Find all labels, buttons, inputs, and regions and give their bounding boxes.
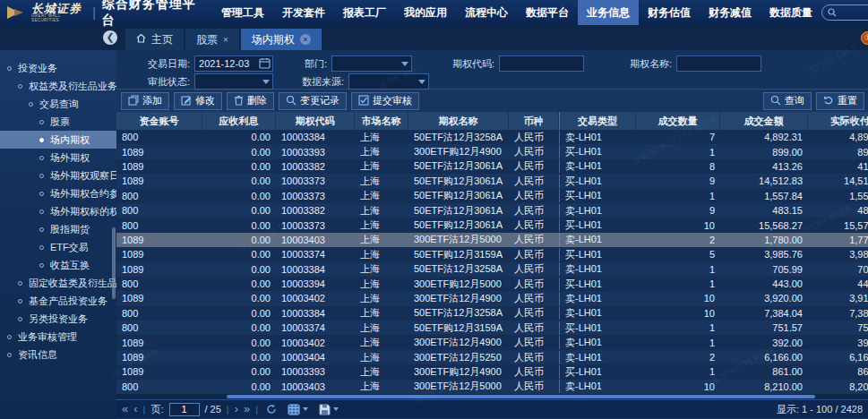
column-header-资金账号[interactable]: 资金账号 — [116, 112, 202, 130]
last-page-button[interactable]: » — [244, 401, 250, 417]
page-number-input[interactable] — [169, 403, 200, 416]
sidebar-item-固定收益类及衍生品业务[interactable]: 固定收益类及衍生品业务 — [0, 274, 116, 292]
tree-bullet-icon — [39, 138, 44, 142]
column-header-期权名称[interactable]: 期权名称 — [408, 112, 509, 130]
table-row[interactable]: 8000.0010003403上海300ETF沽12月5000人民币卖-LH01… — [116, 380, 868, 394]
sidebar-item-资讯信息[interactable]: 资讯信息 — [0, 346, 116, 363]
next-page-button[interactable]: › — [235, 401, 238, 417]
column-header-交易类型[interactable]: 交易类型 — [559, 112, 636, 130]
close-icon[interactable]: × — [300, 34, 311, 45]
horizontal-scrollbar-track[interactable] — [116, 394, 868, 399]
sidebar-item-场外期权合约参数[interactable]: 场外期权合约参数 — [0, 184, 116, 202]
home-icon — [136, 33, 146, 46]
data-source-select[interactable] — [348, 73, 429, 90]
tab-场内期权[interactable]: 场内期权× — [241, 29, 322, 50]
sidebar-item-label: 场外期权合约参数 — [50, 187, 116, 201]
column-header-实际收付[interactable]: 实际收付 — [808, 112, 868, 130]
option-code-input[interactable] — [499, 56, 584, 72]
change-log-button[interactable]: 变更记录 — [279, 92, 347, 110]
first-page-button[interactable]: « — [122, 401, 128, 417]
sidebar-item-场外期权标的权重[interactable]: 场外期权标的权重 — [0, 202, 116, 220]
notification-icon[interactable]: ① — [861, 31, 868, 45]
sidebar-item-ETF交易[interactable]: ETF交易 — [0, 238, 116, 256]
table-row[interactable]: 8000.0010003382上海50ETF沽12月3061A人民币卖-LH01… — [116, 203, 868, 218]
menu-item-财务减值[interactable]: 财务减值 — [700, 0, 761, 25]
sidebar-item-权益类及衍生品业务[interactable]: 权益类及衍生品业务 — [0, 77, 116, 95]
add-button[interactable]: 添加 — [121, 92, 169, 110]
menu-item-流程中心[interactable]: 流程中心 — [456, 0, 517, 25]
prev-page-button[interactable]: ‹ — [133, 401, 137, 417]
sidebar-item-场外期权[interactable]: 场外期权 — [0, 149, 116, 167]
horizontal-scrollbar-thumb[interactable] — [227, 395, 815, 398]
menu-item-数据平台[interactable]: 数据平台 — [517, 0, 578, 25]
reset-button[interactable]: 重置 — [816, 92, 864, 110]
column-header-期权代码[interactable]: 期权代码 — [276, 112, 355, 130]
menu-item-管理工具[interactable]: 管理工具 — [212, 0, 273, 25]
table-row[interactable]: 10890.0010003393上海300ETF购12月4900人民币买-LH0… — [116, 144, 868, 158]
cell-市场名称: 上海 — [355, 145, 408, 158]
menu-item-报表工厂[interactable]: 报表工厂 — [334, 0, 395, 25]
menu-item-我的应用[interactable]: 我的应用 — [395, 0, 456, 25]
sidebar-collapse-button[interactable]: ❮ — [103, 30, 117, 45]
cell-交易类型: 买-LH01 — [559, 365, 636, 379]
export-button[interactable] — [316, 403, 341, 416]
table-row[interactable]: 10890.0010003403上海300ETF沽12月5000人民币卖-LH0… — [116, 233, 868, 247]
column-header-币种[interactable]: 币种 — [509, 112, 559, 130]
refresh-button[interactable] — [263, 403, 279, 415]
column-header-成交金额[interactable]: 成交金额 — [720, 112, 808, 130]
table-row[interactable]: 10890.0010003402上海300ETF沽12月4900人民币卖-LH0… — [116, 291, 868, 305]
table-row[interactable]: 8000.0010003374上海50ETF购12月3159A人民币买-LH01… — [116, 321, 868, 335]
delete-button[interactable]: 删除 — [227, 92, 274, 110]
global-search-input[interactable] — [821, 4, 868, 21]
sidebar-item-投资业务[interactable]: 投资业务 — [0, 59, 116, 77]
option-name-input[interactable] — [676, 56, 761, 72]
sidebar-item-收益互换[interactable]: 收益互换 — [0, 256, 116, 274]
sidebar-item-业务审核管理[interactable]: 业务审核管理 — [0, 328, 116, 346]
sidebar-item-股指期货[interactable]: 股指期货 — [0, 220, 116, 238]
menu-item-开发套件[interactable]: 开发套件 — [273, 0, 334, 25]
table-row[interactable]: 8000.0010003394上海300ETF购12月5000人民币买-LH01… — [116, 277, 868, 291]
menu-item-财务估值[interactable]: 财务估值 — [639, 0, 700, 25]
table-row[interactable]: 8000.0010003373上海50ETF购12月3061A人民币买-LH01… — [116, 189, 868, 203]
menu-item-业务信息[interactable]: 业务信息 — [578, 0, 639, 25]
sidebar-item-交易查询[interactable]: 交易查询 — [0, 95, 116, 113]
cell-应收利息: 0.00 — [202, 147, 276, 158]
sidebar-item-基金产品投资业务[interactable]: 基金产品投资业务 — [0, 292, 116, 310]
grid-settings-button[interactable] — [285, 403, 311, 416]
cell-应收利息: 0.00 — [202, 220, 276, 231]
approve-status-select[interactable] — [194, 73, 273, 90]
tab-主页[interactable]: 主页 — [125, 29, 184, 50]
table-row[interactable]: 10890.0010003382上海50ETF沽12月3061A人民币卖-LH0… — [116, 159, 868, 174]
table-row[interactable]: 10890.0010003402上海300ETF沽12月4900人民币卖-LH0… — [116, 335, 868, 349]
table-row[interactable]: 10890.0010003384上海50ETF沽12月3258A人民币卖-LH0… — [116, 262, 868, 277]
sidebar-item-股票[interactable]: 股票 — [0, 113, 116, 131]
cell-应收利息: 0.00 — [202, 205, 276, 216]
menu-item-数据质量[interactable]: 数据质量 — [761, 0, 821, 25]
table-row[interactable]: 8000.0010003384上海50ETF沽12月3258A人民币卖-LH01… — [116, 306, 868, 321]
table-row[interactable]: 10890.0010003404上海300ETF沽12月5250人民币卖-LH0… — [116, 350, 868, 364]
query-button[interactable]: 查询 — [763, 92, 812, 110]
cell-实际收付: 1,779.00 — [808, 235, 868, 245]
top-header: 长城证券 GREAT WALL SECURITIES | 综合财务管理平台 管理… — [0, 0, 868, 25]
cell-交易类型: 卖-LH01 — [559, 380, 636, 393]
table-row[interactable]: 10890.0010003393上海300ETF购12月4900人民币买-LH0… — [116, 364, 868, 379]
table-row[interactable]: 10890.0010003374上海50ETF购12月3159A人民币买-LH0… — [116, 247, 868, 261]
sidebar-item-场外期权观察日信息[interactable]: 场外期权观察日信息 — [0, 167, 116, 184]
column-header-市场名称[interactable]: 市场名称 — [355, 112, 408, 130]
sidebar-item-场内期权[interactable]: 场内期权 — [0, 131, 116, 149]
sidebar-scrollbar[interactable] — [112, 227, 116, 299]
submit-review-button[interactable]: 提交审核 — [351, 92, 419, 110]
column-header-成交数量[interactable]: 成交数量 — [636, 112, 720, 130]
calendar-icon[interactable] — [259, 57, 271, 69]
tab-股票[interactable]: 股票× — [185, 29, 239, 50]
cell-交易类型: 买-LH01 — [559, 278, 636, 291]
sidebar-item-另类投资业务[interactable]: 另类投资业务 — [0, 310, 116, 328]
department-select[interactable] — [331, 56, 412, 72]
table-row[interactable]: 8000.0010003373上海50ETF购12月3061A人民币买-LH01… — [116, 218, 868, 232]
table-row[interactable]: 8000.0010003384上海50ETF沽12月3258A人民币卖-LH01… — [116, 130, 868, 144]
column-header-应收利息[interactable]: 应收利息 — [202, 112, 276, 130]
sidebar-item-label: 另类投资业务 — [29, 312, 88, 326]
edit-button[interactable]: 修改 — [174, 92, 222, 110]
table-row[interactable]: 10890.0010003373上海50ETF购12月3061A人民币买-LH0… — [116, 174, 868, 188]
close-icon[interactable]: × — [223, 35, 228, 45]
